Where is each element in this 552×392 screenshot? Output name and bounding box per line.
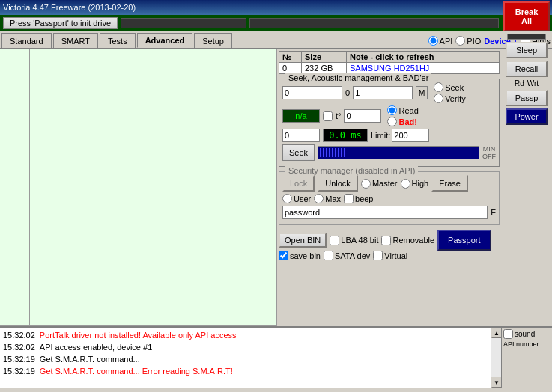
log-scrollbar[interactable]: ▲ ▼ [491, 328, 501, 388]
break-all-button[interactable]: BreakAll [503, 1, 550, 31]
master-radio[interactable] [361, 179, 371, 189]
drive-note[interactable]: SAMSUNG HD251HJ [347, 63, 499, 73]
seek-row-2: n/a t° Read Bad! [282, 105, 496, 126]
main-area: № Size Note - click to refresh 0 232 GB … [0, 49, 552, 326]
sound-checkbox[interactable] [503, 329, 513, 339]
log-time-2: 15:32:19 [3, 353, 35, 365]
seek-radio-verify[interactable]: Verify [434, 94, 466, 103]
t-value-input[interactable] [344, 109, 381, 123]
log-text-1: API access enabled, device #1 [40, 341, 152, 353]
limit-area: Limit: [371, 129, 429, 142]
max-radio[interactable] [314, 194, 324, 203]
drive-list: № Size Note - click to refresh 0 232 GB … [279, 51, 500, 74]
virtual-checkbox-area[interactable]: Virtual [373, 251, 407, 260]
lba48-checkbox-area[interactable]: LBA 48 bit [330, 236, 378, 245]
pio-radio-label[interactable]: PIO [455, 36, 481, 46]
lba48-checkbox[interactable] [330, 236, 339, 245]
rd-wrt-labels: Rd Wrt [515, 79, 539, 88]
prog-tick-2 [323, 148, 324, 157]
seek-radio-col: Seek Verify [434, 82, 466, 103]
removable-checkbox-area[interactable]: Removable [381, 236, 434, 245]
seek-field-3[interactable] [353, 86, 413, 99]
header-bar: Press 'Passport' to init drive 15:32:26 [0, 15, 552, 31]
log-line-0: 15:32:02 PortTalk driver not installed! … [3, 329, 488, 341]
left-graph-area [30, 49, 276, 325]
log-text-2: Get S.M.A.R.T. command... [40, 353, 140, 365]
col-header-note[interactable]: Note - click to refresh [347, 52, 499, 62]
virtual-checkbox[interactable] [373, 251, 383, 260]
high-radio-label[interactable]: High [401, 179, 429, 189]
seek-section-title: Seek, Acoustic management & BAD'er [285, 73, 431, 82]
bottom-buttons-row: Open BIN LBA 48 bit Removable Passport [279, 230, 500, 251]
tab-advanced[interactable]: Advanced [137, 33, 193, 48]
scroll-up-arrow[interactable]: ▲ [491, 328, 502, 338]
api-radio-label[interactable]: API [428, 36, 453, 46]
log-time-3: 15:32:19 [3, 365, 35, 377]
counter-input[interactable] [282, 129, 320, 142]
security-row-1: Lock Unlock Master High Erase [282, 175, 496, 192]
api-radio[interactable] [428, 36, 438, 46]
passport-button[interactable]: Passport [437, 230, 491, 251]
sound-checkbox-area[interactable]: sound [503, 329, 551, 339]
recall-button[interactable]: Recall [506, 61, 548, 77]
passp-button[interactable]: Passp [506, 90, 548, 106]
sleep-button[interactable]: Sleep [506, 42, 548, 58]
prog-tick-6 [335, 148, 336, 157]
beep-checkbox-area[interactable]: beep [344, 194, 373, 203]
sound-label: sound [515, 330, 535, 338]
drive-size: 232 GB [302, 63, 347, 73]
security-section-title: Security manager (disabled in API) [285, 166, 418, 175]
log-line-1: 15:32:02 API access enabled, device #1 [3, 341, 488, 353]
col-header-num: № [279, 52, 302, 62]
seek-field-1[interactable] [282, 86, 342, 99]
sata-dev-checkbox[interactable] [324, 251, 333, 260]
log-line-2: 15:32:19 Get S.M.A.R.T. command... [3, 353, 488, 365]
break-progress [507, 34, 546, 40]
sata-dev-checkbox-area[interactable]: SATA dev [324, 251, 370, 260]
nah-display: n/a [282, 109, 320, 123]
seek-progress-track [318, 146, 479, 159]
tab-setup[interactable]: Setup [194, 33, 232, 48]
log-line-3: 15:32:19 Get S.M.A.R.T. command... Error… [3, 365, 488, 377]
seek-radio-bad[interactable]: Bad! [387, 117, 418, 126]
tab-smart[interactable]: SMART [53, 33, 98, 48]
password-input[interactable] [282, 206, 488, 219]
scroll-down-arrow[interactable]: ▼ [491, 377, 502, 388]
seek-row-4: Seek MIN OFF [282, 144, 496, 161]
open-bin-button[interactable]: Open BIN [279, 233, 327, 248]
m-button[interactable]: M [416, 86, 428, 99]
prog-tick-4 [329, 148, 330, 157]
tab-tests[interactable]: Tests [100, 33, 136, 48]
seek-row-3: 0.0 ms Limit: [282, 129, 496, 142]
drive-num: 0 [279, 63, 302, 73]
user-radio[interactable] [282, 194, 292, 203]
passport-init-button[interactable]: Press 'Passport' to init drive [3, 17, 118, 29]
limit-input[interactable] [392, 129, 429, 142]
seek-button[interactable]: Seek [282, 144, 315, 161]
master-radio-label[interactable]: Master [361, 179, 398, 189]
pio-radio[interactable] [455, 36, 465, 46]
t-degree-checkbox[interactable] [323, 111, 333, 121]
max-radio-label[interactable]: Max [314, 194, 341, 203]
scroll-track[interactable] [491, 338, 501, 377]
prog-tick-5 [332, 148, 333, 157]
power-button[interactable]: Power [506, 108, 548, 125]
save-bin-checkbox[interactable] [279, 251, 288, 260]
prog-tick-3 [326, 148, 327, 157]
save-bin-checkbox-area[interactable]: save bin [279, 251, 321, 260]
tab-standard[interactable]: Standard [1, 33, 52, 48]
col-header-size: Size [302, 52, 347, 62]
high-radio[interactable] [401, 179, 410, 189]
user-radio-label[interactable]: User [282, 194, 311, 203]
seek-radio-seek[interactable]: Seek [434, 82, 466, 92]
erase-button[interactable]: Erase [431, 175, 468, 192]
beep-checkbox[interactable] [344, 194, 354, 203]
seek-sep: 0 [345, 88, 350, 97]
removable-checkbox[interactable] [381, 236, 391, 245]
lock-button[interactable]: Lock [282, 175, 315, 192]
password-f-label: F [491, 208, 496, 217]
progress-bar-2 [249, 18, 500, 28]
unlock-button[interactable]: Unlock [318, 175, 358, 192]
log-text-0: PortTalk driver not installed! Available… [40, 329, 237, 341]
seek-radio-read[interactable]: Read [387, 105, 418, 115]
